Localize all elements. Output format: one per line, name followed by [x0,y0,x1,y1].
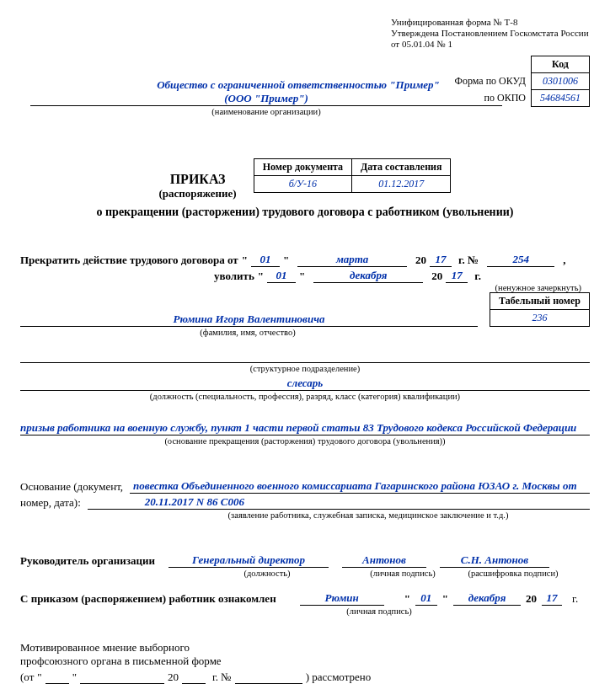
doc-title: ПРИКАЗ [159,172,237,187]
year-suffix: г. [474,270,481,283]
ack-sign-hint: (личная подпись) [337,606,421,616]
codes-header: Код [532,56,590,72]
quote-close: " [283,254,289,267]
basis-hint: (заявление работника, служебная записка,… [20,510,590,520]
employee-row: Рюмина Игоря Валентиновича Табельный ном… [20,306,590,327]
head-hints: (должность) (личная подпись) (расшифровк… [20,568,590,578]
union-yy [182,670,206,684]
dept-hint: (структурное подразделение) [20,364,590,373]
terminate-day1: 01 [251,253,280,267]
doc-title-line: о прекращении (расторжении) трудового до… [20,206,590,219]
reason-hint: (основание прекращения (расторжения) тру… [20,436,590,446]
union-considered: ) рассмотрено [306,671,372,684]
union-day [45,670,69,684]
terminate-prefix: Прекратить действие трудового договора о… [20,254,238,267]
fio-hint: (фамилия, имя, отчество) [20,328,475,337]
reason-line: призыв работника на военную службу, пунк… [20,421,590,435]
quote-open: " [404,592,410,606]
quote-close: " [299,270,305,283]
terminate-yy1: 17 [430,253,452,267]
terminate-day2: 01 [267,269,296,283]
twenty: 20 [431,270,442,283]
tn-value: 236 [490,309,589,326]
head-label: Руководитель организации [20,554,155,568]
quote-close: " [442,592,448,606]
union-from: (от [20,671,34,684]
terminate-month1: марта [297,253,407,267]
union-line2: профсоюзного органа в письменной форме [20,655,590,668]
doc-date-value: 01.12.2017 [352,175,451,192]
terminate-line2: уволить " 01 " декабря 20 17 г. [20,269,590,283]
twenty: 20 [168,671,179,684]
contract-num: 254 [487,253,554,267]
head-row: Руководитель организации Генеральный дир… [20,553,590,568]
title-row: ПРИКАЗ (распоряжение) Номер документа Да… [20,158,590,200]
ack-yy: 17 [542,591,562,606]
form-date-line: от 05.01.04 № 1 [391,39,590,50]
head-decode: С.Н. Антонов [440,553,549,568]
ack-g: г. [572,592,578,606]
org-name-row2: (ООО "Пример") (наименование организации… [30,92,502,116]
doc-num-value: б/У-16 [254,175,351,192]
okpo-label: по ОКПО [447,89,532,106]
ack-day: 01 [415,591,437,606]
ack-hints: (личная подпись) [20,606,590,616]
tn-table: Табельный номер 236 [490,292,590,327]
doc-date-header: Дата составления [352,158,451,175]
quote-close: " [72,671,77,684]
doc-subtitle: (распоряжение) [159,187,237,200]
basis-text1: повестка Объединенного военного комиссар… [130,479,590,494]
org-name-line1: Общество с ограниченной ответственностью… [104,78,492,92]
form-code-line: Унифицированная форма № Т-8 [391,17,590,28]
doc-number-table: Номер документа Дата составления б/У-16 … [254,158,452,193]
twenty: 20 [415,254,426,267]
ack-sign: Рюмин [300,591,384,606]
form-approved-line: Утверждена Постановлением Госкомстата Ро… [391,28,590,39]
dismiss-prefix: уволить [214,270,254,283]
ack-label: С приказом (распоряжением) работник озна… [20,592,276,606]
okud-label: Форма по ОКУД [447,72,532,89]
org-name-line2: (ООО "Пример") [30,92,502,106]
union-g-num: г. № [212,671,232,684]
head-position-hint: (должность) [187,569,347,578]
tn-header: Табельный номер [490,292,589,309]
union-num [235,670,302,684]
okud-value: 0301006 [532,72,590,89]
employee-fio: Рюмина Игоря Валентиновича [20,313,478,327]
quote-open: " [242,254,248,267]
ack-row: С приказом (распоряжением) работник озна… [20,591,590,606]
twenty: 20 [526,592,537,606]
head-sign-hint: (личная подпись) [361,569,445,578]
basis-label1: Основание (документ, [20,480,123,494]
doc-num-header: Номер документа [254,158,351,175]
union-line1: Мотивированное мнение выборного [20,641,590,655]
form-meta: Унифицированная форма № Т-8 Утверждена П… [20,17,590,51]
terminate-line1: Прекратить действие трудового договора о… [20,253,590,267]
num-label: г. № [458,254,479,267]
quote-open: " [258,270,264,283]
basis-block: Основание (документ, повестка Объединенн… [20,479,590,520]
position-line: слесарь [20,377,590,391]
terminate-hint: (ненужное зачеркнуть) [20,283,590,292]
org-hint: (наименование организации) [30,107,502,116]
quote-open: " [37,671,41,684]
head-decode-hint: (расшифровка подписи) [458,569,568,578]
okpo-value: 54684561 [532,89,590,106]
basis-text2: 20.11.2017 N 86 С006 [88,495,590,510]
dept-line [20,349,590,363]
head-position: Генеральный директор [169,553,329,568]
terminate-month2: декабря [313,269,423,283]
org-block: Общество с ограниченной ответственностью… [104,78,492,92]
position-hint: (должность (специальность, профессия), р… [20,392,590,401]
terminate-block: Прекратить действие трудового договора о… [20,253,590,292]
union-month [80,670,164,684]
head-sign: Антонов [342,553,426,568]
codes-table: Код Форма по ОКУД 0301006 по ОКПО 546845… [447,56,590,107]
union-block: Мотивированное мнение выборного профсоюз… [20,641,590,684]
ack-month: декабря [453,591,521,606]
comma: , [563,254,565,267]
basis-label2: номер, дата): [20,496,81,510]
terminate-yy2: 17 [446,269,468,283]
